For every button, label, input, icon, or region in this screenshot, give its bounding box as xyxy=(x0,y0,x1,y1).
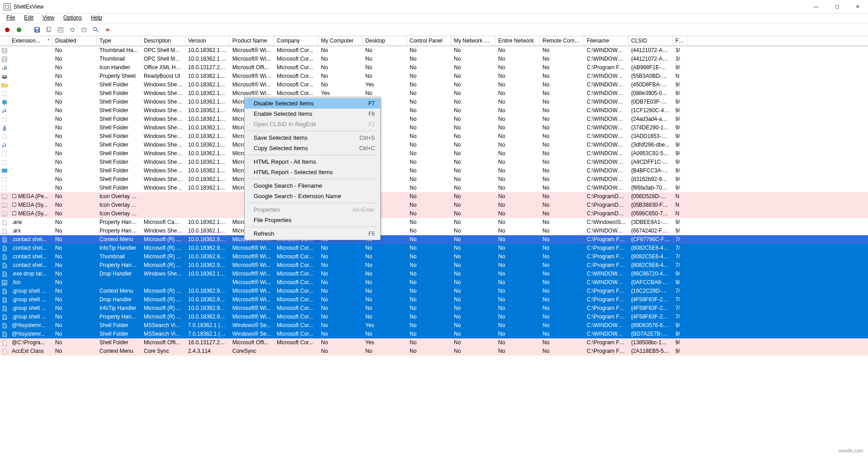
table-row[interactable]: M☐ MEGA (Sy...NoIcon Overlay H...NoNoNoN… xyxy=(0,209,868,218)
table-row[interactable]: NoShell FolderWindows Shell...10.0.18362… xyxy=(0,89,868,98)
context-menu-item[interactable]: Save Selected ItemsCtrl+S xyxy=(245,133,380,143)
cell: 10.0.18362.107... xyxy=(185,141,230,149)
table-row[interactable]: NoShell FolderWindows Shell...10.0.18362… xyxy=(0,98,868,106)
column-header[interactable]: Remote Comp... xyxy=(540,36,584,46)
cell: No xyxy=(540,166,584,175)
cell: No xyxy=(52,235,97,244)
table-row[interactable]: .contact shel...NoThumbnailMicrosoft (R)… xyxy=(0,252,868,261)
table-row[interactable]: .arxNoProperty Hand...Windows Shell...10… xyxy=(0,227,868,235)
column-header[interactable]: Version xyxy=(185,36,230,46)
column-header[interactable]: My Network Pl... xyxy=(451,36,495,46)
context-menu-item[interactable]: HTML Report - All Items xyxy=(245,157,380,167)
table-row[interactable]: .contact shel...NoInfoTip HandlerMicroso… xyxy=(0,244,868,252)
table-row[interactable]: @C:\Progra...NoShell FolderMicrosoft Off… xyxy=(0,338,868,347)
table-row[interactable]: M☐ MEGA (Sy...NoIcon Overlay H...NoNoNoN… xyxy=(0,201,868,209)
table-row[interactable]: NoShell FolderWindows Shell...10.0.18362… xyxy=(0,158,868,166)
menu-edit[interactable]: Edit xyxy=(20,14,37,24)
column-header[interactable]: Extension... xyxy=(9,36,52,46)
table-row[interactable]: A.fonNoMicrosoft® Wi...Microsoft Cor...N… xyxy=(0,278,868,287)
table-row[interactable]: .group shell ...NoProperty Hand...Micros… xyxy=(0,313,868,321)
table-row[interactable]: NoShell FolderWindows Shell...10.0.18362… xyxy=(0,106,868,115)
cell: No xyxy=(540,192,584,201)
column-header[interactable]: Disabled xyxy=(52,36,97,46)
column-header[interactable]: Desktop xyxy=(363,36,407,46)
cell: No xyxy=(318,270,363,278)
column-header[interactable]: Entire Network xyxy=(495,36,540,46)
cell: No xyxy=(540,175,584,184)
column-header[interactable]: Description xyxy=(141,36,185,46)
column-header[interactable]: Control Panel xyxy=(407,36,451,46)
cell: No xyxy=(407,55,451,63)
cell: {05B38830-F4E... xyxy=(628,201,673,209)
context-menu-item[interactable]: Enable Selected ItemsF8 xyxy=(245,109,380,119)
enable-tool-button[interactable] xyxy=(14,25,24,34)
icon-column-header[interactable] xyxy=(0,36,9,46)
close-button[interactable]: ✕ xyxy=(847,0,868,14)
table-row[interactable]: NoShell FolderWindows Shell...10.0.18362… xyxy=(0,81,868,89)
menu-view[interactable]: View xyxy=(39,14,58,24)
context-menu-separator xyxy=(246,179,378,179)
context-menu-item[interactable]: RefreshF5 xyxy=(245,228,380,239)
table-row[interactable]: NoShell FolderWindows Shell...10.0.18362… xyxy=(0,175,868,184)
column-header[interactable]: Company xyxy=(274,36,318,46)
table-row[interactable]: NoShell FolderWindows Shell...10.0.18362… xyxy=(0,141,868,149)
table-row[interactable]: NoThumbnail Ha...OPC Shell Met...10.0.18… xyxy=(0,46,868,55)
cell: No xyxy=(407,244,451,252)
table-row[interactable]: NoShell FolderWindows Shell...10.0.18362… xyxy=(0,132,868,141)
export-tool-button[interactable] xyxy=(103,25,112,34)
context-menu-item[interactable]: Google Search - Extension Name xyxy=(245,191,380,201)
context-menu-item[interactable]: Copy Selected ItemsCtrl+C xyxy=(245,143,380,153)
table-row[interactable]: .exe drop tar...NoDrop HandlerWindows Sh… xyxy=(0,270,868,278)
column-header[interactable]: Product Name xyxy=(230,36,274,46)
table-row[interactable]: .contact shel...NoProperty Hand...Micros… xyxy=(0,261,868,270)
row-icon xyxy=(0,124,9,132)
cell: No xyxy=(540,98,584,106)
cell: 9/ xyxy=(673,98,688,106)
search-tool-button[interactable] xyxy=(91,25,100,34)
svg-rect-9 xyxy=(82,28,86,32)
menu-file[interactable]: File xyxy=(3,14,19,24)
table-row[interactable]: NoShell FolderWindows Shell...10.0.18362… xyxy=(0,124,868,132)
context-menu-item[interactable]: Disable Selected ItemsF7 xyxy=(245,98,380,109)
menu-help[interactable]: Help xyxy=(87,14,106,24)
cell: 9/ xyxy=(673,63,688,72)
cell: No xyxy=(407,347,451,356)
table-row[interactable]: NoShell FolderWindows Shell...10.0.18362… xyxy=(0,149,868,158)
minimize-button[interactable]: — xyxy=(806,0,826,14)
cell: No xyxy=(451,46,495,55)
options-tool-button[interactable] xyxy=(80,25,89,34)
maximize-button[interactable]: ▢ xyxy=(826,0,847,14)
table-row[interactable]: NoProperty SheetReadyBoost UI10.0.18362.… xyxy=(0,72,868,81)
save-tool-button[interactable] xyxy=(33,25,42,34)
context-menu-item[interactable]: HTML Report - Selected Items xyxy=(245,167,380,177)
context-menu-item[interactable]: File Properties xyxy=(245,215,380,225)
table-row[interactable]: NoShell FolderWindows Shell...10.0.18362… xyxy=(0,166,868,175)
table-row[interactable]: .group shell ...NoDrop HandlerMicrosoft … xyxy=(0,295,868,304)
column-header[interactable]: My Computer xyxy=(318,36,363,46)
column-header[interactable]: Type xyxy=(97,36,141,46)
column-header[interactable]: Fil... xyxy=(673,36,688,46)
table-row[interactable]: @%systemr...NoShell FolderMSSearch Vist.… xyxy=(0,330,868,338)
table-row[interactable]: M☐ MEGA (Pe...NoIcon Overlay H...NoNoNoN… xyxy=(0,192,868,201)
cell: No xyxy=(495,166,540,175)
disable-tool-button[interactable] xyxy=(3,25,12,34)
copy-tool-button[interactable] xyxy=(44,25,53,34)
column-header[interactable]: CLSID xyxy=(628,36,673,46)
table-row[interactable]: NoThumbnailOPC Shell Met...10.0.18362.1 … xyxy=(0,55,868,63)
context-menu-item[interactable]: Google Search - Filename xyxy=(245,180,380,191)
column-header[interactable]: Filename xyxy=(584,36,628,46)
table-row[interactable]: .group shell ...NoContext MenuMicrosoft … xyxy=(0,287,868,295)
table-row[interactable]: @%systemr...NoShell FolderMSSearch Vist.… xyxy=(0,321,868,330)
cell: {3ADD1653-EB... xyxy=(628,132,673,141)
table-row[interactable]: .group shell ...NoInfoTip HandlerMicroso… xyxy=(0,304,868,313)
context-menu: Disable Selected ItemsF7Enable Selected … xyxy=(244,97,381,240)
properties-tool-button[interactable] xyxy=(56,25,65,34)
table-row[interactable]: .contact shel...NoContext MenuMicrosoft … xyxy=(0,235,868,244)
table-row[interactable]: NoShell FolderWindows Shell...10.0.18362… xyxy=(0,184,868,192)
table-row[interactable]: .arwNoProperty Hand...Microsoft Cam...10… xyxy=(0,218,868,227)
table-row[interactable]: NoShell FolderWindows Shell...10.0.18362… xyxy=(0,115,868,124)
table-row[interactable]: NoIcon HandlerOffice XML Ha...16.0.13127… xyxy=(0,63,868,72)
table-row[interactable]: AccExt ClassNoContext MenuCore Sync2.4.3… xyxy=(0,347,868,356)
refresh-tool-button[interactable] xyxy=(68,25,77,34)
menu-options[interactable]: Options xyxy=(60,14,85,24)
